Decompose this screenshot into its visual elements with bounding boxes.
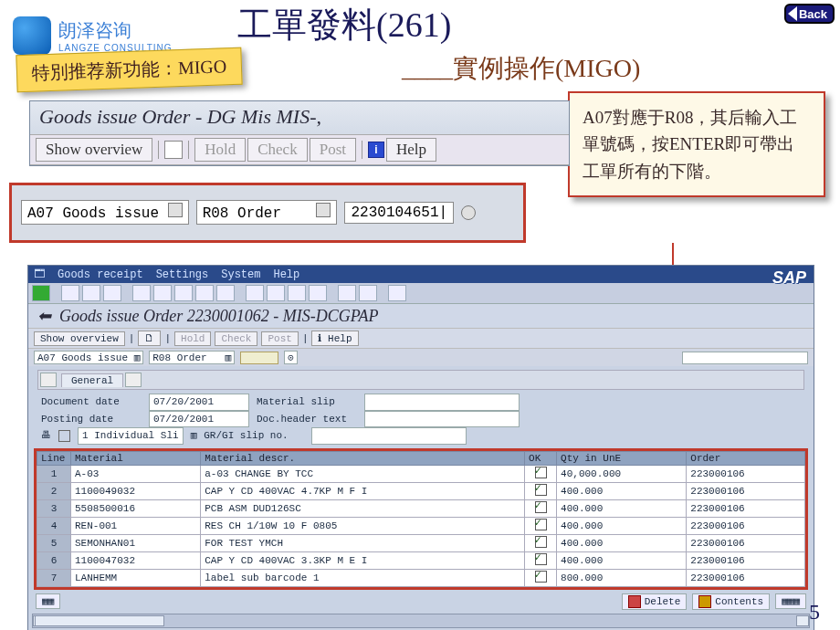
cell-desc: CAP Y CD 400VAC 3.3KP M E I	[201, 551, 525, 569]
post-button[interactable]: Post	[261, 331, 298, 346]
tb-icon[interactable]	[359, 285, 377, 301]
tb-icon[interactable]	[267, 285, 285, 301]
col-desc[interactable]: Material descr.	[201, 451, 525, 465]
delete-button[interactable]: Delete	[622, 593, 688, 610]
r08-dropdown[interactable]: R08 Order ▥	[149, 351, 235, 364]
col-qty[interactable]: Qty in UnE	[557, 451, 687, 465]
sap2-table-footer: ▦▦ Delete Contents ▦▦▦	[28, 592, 814, 612]
menu-help[interactable]: Help	[273, 268, 299, 281]
col-order[interactable]: Order	[687, 451, 805, 465]
footer-btn[interactable]: ▦▦	[36, 593, 60, 609]
tb-icon[interactable]	[309, 285, 327, 301]
tb-icon[interactable]	[246, 285, 264, 301]
cell-ok[interactable]	[525, 465, 557, 482]
footer-btn[interactable]: ▦▦▦	[775, 593, 806, 609]
dropdown-icon[interactable]	[168, 203, 183, 217]
cell-ok[interactable]	[525, 551, 557, 569]
search-icon[interactable]: ⊙	[284, 351, 298, 364]
tb-icon[interactable]	[153, 285, 172, 301]
cell-material: LANHEMM	[71, 569, 201, 586]
page-title: 工單發料(261)	[237, 2, 451, 48]
dropdown-icon[interactable]	[316, 203, 331, 217]
tab-general[interactable]: General	[61, 373, 123, 387]
post-date-value[interactable]: 07/20/2001	[149, 411, 249, 428]
extra-input[interactable]	[682, 352, 808, 364]
help-button[interactable]: ℹ Help	[311, 331, 358, 346]
col-line[interactable]: Line	[37, 451, 71, 465]
shield-icon	[13, 16, 51, 55]
cell-ok[interactable]	[525, 517, 557, 534]
hold-button[interactable]: Hold	[194, 138, 246, 162]
menu-settings[interactable]: Settings	[156, 268, 209, 281]
menu-goods-receipt[interactable]: Goods receipt	[58, 268, 143, 281]
show-overview-button[interactable]: Show overview	[36, 138, 152, 162]
tb-icon[interactable]	[103, 285, 121, 301]
table-row[interactable]: 35508500016PCB ASM DUD126SC400.000223000…	[37, 499, 805, 517]
back-button[interactable]: Back	[784, 4, 835, 24]
grgi-value[interactable]	[311, 427, 467, 445]
table-row[interactable]: 61100047032CAP Y CD 400VAC 3.3KP M E I40…	[37, 551, 805, 569]
ok-icon[interactable]	[32, 285, 50, 301]
doc-date-value[interactable]: 07/20/2001	[149, 394, 249, 411]
mat-slip-value[interactable]	[364, 394, 520, 411]
help-icon[interactable]: i	[368, 142, 384, 158]
collapse-icon[interactable]	[40, 373, 57, 387]
col-material[interactable]: Material	[71, 451, 201, 465]
hold-button[interactable]: Hold	[174, 331, 211, 346]
cell-order: 223000106	[687, 569, 805, 586]
new-icon[interactable]: 🗋	[138, 331, 161, 346]
new-doc-icon[interactable]	[164, 141, 183, 159]
contents-button[interactable]: Contents	[692, 593, 770, 610]
order-no-input[interactable]: 2230104651|	[344, 202, 454, 224]
cell-line: 2	[37, 482, 71, 499]
sap2-menubar[interactable]: 🗔 Goods receipt Settings System Help	[28, 266, 814, 283]
cell-ok[interactable]	[525, 534, 557, 551]
tb-icon[interactable]	[132, 285, 151, 301]
cell-qty: 400.000	[557, 499, 687, 517]
menu-system[interactable]: System	[221, 268, 260, 281]
help-button[interactable]: Help	[386, 138, 436, 162]
cell-line: 7	[37, 569, 71, 586]
header-text-value[interactable]	[364, 411, 520, 428]
cell-ok[interactable]	[525, 569, 557, 586]
cell-qty: 400.000	[557, 482, 687, 499]
subtitle: ____實例操作(MIGO)	[402, 51, 640, 86]
tb-icon[interactable]	[82, 285, 100, 301]
tb-icon[interactable]	[388, 285, 406, 301]
table-row[interactable]: 5SEMONHAN01FOR TEST YMCH400.000223000106	[37, 534, 805, 551]
table-row[interactable]: 1A-03a-03 CHANGE BY TCC40,000.0002230001…	[37, 465, 805, 482]
cell-desc: PCB ASM DUD126SC	[201, 499, 525, 517]
check-button[interactable]: Check	[215, 331, 257, 346]
tb-icon[interactable]	[288, 285, 306, 301]
tab-extra-icon[interactable]	[125, 373, 142, 387]
check-button[interactable]: Check	[247, 138, 307, 162]
cell-ok[interactable]	[525, 482, 557, 499]
table-row[interactable]: 4REN-001RES CH 1/10W 10 F 0805400.000223…	[37, 517, 805, 534]
header-text-label: Doc.header text	[257, 412, 357, 427]
show-overview-button[interactable]: Show overview	[34, 331, 125, 346]
order-input[interactable]	[240, 352, 278, 364]
cell-desc: label sub barcode 1	[201, 569, 525, 586]
cell-qty: 800.000	[557, 569, 687, 586]
tb-icon[interactable]	[174, 285, 193, 301]
table-row[interactable]: 7LANHEMMlabel sub barcode 1800.000223000…	[37, 569, 805, 586]
a07-field[interactable]: A07 Goods issue	[21, 200, 189, 225]
print-icon[interactable]: 🖶	[41, 428, 51, 444]
post-button[interactable]: Post	[310, 138, 356, 162]
callout-red: A07對應于R08，其后輸入工單號碼，按ENTER即可帶出工單所有的下階。	[568, 91, 825, 197]
tb-icon[interactable]	[338, 285, 356, 301]
search-help-icon[interactable]	[461, 205, 476, 220]
cell-order: 223000106	[687, 465, 805, 482]
table-row[interactable]: 21100049032CAP Y CD 400VAC 4.7KP M F I40…	[37, 482, 805, 499]
tb-icon[interactable]	[216, 285, 235, 301]
tb-icon[interactable]	[195, 285, 214, 301]
checkbox[interactable]	[58, 430, 70, 442]
slip-mode-value[interactable]: 1 Individual Sli	[78, 427, 184, 445]
r08-field[interactable]: R08 Order	[196, 200, 338, 225]
cell-desc: RES CH 1/10W 10 F 0805	[201, 517, 525, 534]
cell-ok[interactable]	[525, 499, 557, 517]
horizontal-scrollbar[interactable]	[32, 614, 810, 628]
a07-dropdown[interactable]: A07 Goods issue ▥	[34, 351, 143, 364]
sap2-tabbar: General	[37, 370, 804, 390]
tb-icon[interactable]	[61, 285, 79, 301]
